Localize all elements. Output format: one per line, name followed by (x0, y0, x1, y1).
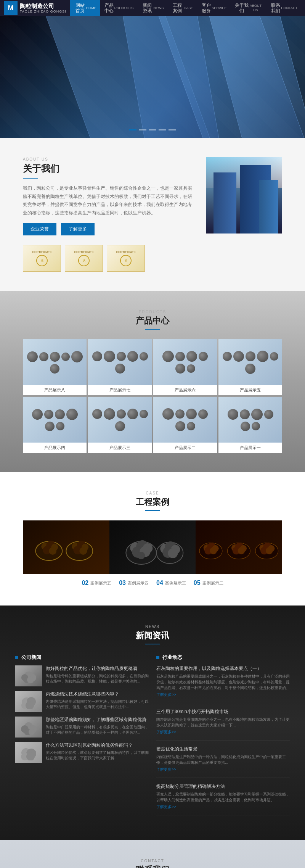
hero-dot-4[interactable] (159, 129, 166, 130)
cases-section: CASE 工程案例 (0, 472, 305, 606)
cert-list: CERTIFICATE 证 CERTIFICATE 认 CERTIFICATE … (23, 245, 194, 272)
svg-point-50 (21, 702, 28, 709)
svg-point-36 (238, 547, 245, 554)
hero-dot-5[interactable] (169, 129, 176, 130)
product-name-2: 产品展示七 (88, 385, 152, 395)
product-img-5 (23, 397, 87, 443)
case-tab-3[interactable]: 04 案例展示三 (156, 580, 186, 586)
cert-title-3: CERTIFICATE (116, 250, 136, 254)
industry-item-4[interactable]: 提高烧制分层管理的精确解决方法 研究人员，您需要制造陶粒的一部分技能，能够要学习… (156, 783, 290, 815)
product-item-5[interactable]: 产品展示四 (23, 397, 87, 453)
news-desc-4: 要区分陶粒的优劣，就必须要知道了解陶粒的特性，以了解陶粒在使用时的情况，下面我们… (46, 750, 149, 761)
news-content-4: 什么方法可以区别原处陶粒的优劣性能吗？ 要区分陶粒的优劣，就必须要知道了解陶粒的… (46, 742, 149, 761)
news-title-3: 那些地区采购陶粒须知，了解哪些区域有陶粒优势 (46, 717, 149, 723)
svg-point-52 (24, 722, 33, 731)
company-honor-button[interactable]: 企业荣誉 (23, 223, 56, 235)
product-item-4[interactable]: 产品展示五 (218, 339, 282, 395)
cert-seal-2: 认 (78, 255, 90, 266)
company-news-item-2[interactable]: 内燃烧结法技术烧结注意哪些内容？ 内燃烧结法是用采制陶粒的一种方法，制品陶粒比较… (15, 691, 149, 712)
product-item-1[interactable]: 产品展示八 (23, 339, 87, 395)
product-img-7 (153, 397, 217, 443)
svg-point-42 (266, 547, 273, 554)
logo[interactable]: M 陶粒制造公司 TAOLE ZHIZAO GONGSI (4, 1, 66, 15)
svg-point-46 (24, 677, 30, 683)
nav-item-service[interactable]: 客户服务 SERVICE (197, 0, 231, 16)
company-news-item-4[interactable]: 什么方法可以区别原处陶粒的优劣性能吗？ 要区分陶粒的优劣，就必须要知道了解陶粒的… (15, 742, 149, 763)
logo-icon: M (4, 1, 18, 15)
news-desc-2: 内燃烧结法是用采制陶粒的一种方法，制品陶粒比较好，可以大量节约资源。但是，也有优… (46, 699, 149, 710)
nav-item-about[interactable]: 关于我们 ABOUT US (231, 0, 266, 16)
industry-title-2: 三个用了30min小技巧开拓陶粒市场 (156, 709, 290, 715)
case-tab-num-3: 04 (156, 580, 163, 586)
hero-glass-effect (0, 16, 305, 138)
logo-cn: 陶粒制造公司 (20, 3, 66, 10)
case-image-2[interactable] (109, 520, 196, 574)
product-name-8: 产品展示一 (218, 443, 282, 453)
product-img-6 (88, 397, 152, 443)
hero-dot-3[interactable] (149, 129, 156, 130)
contact-title: 联系我们 (136, 864, 169, 868)
building-3 (259, 180, 278, 234)
svg-point-24 (168, 548, 178, 558)
product-item-6[interactable]: 产品展示三 (88, 397, 152, 453)
about-text: 我们，陶粒公司，是专业从事轻骨料生产、销售的综合性企业之一，也是一家兼具实验不断… (23, 184, 194, 217)
product-item-7[interactable]: 产品展示二 (153, 397, 217, 453)
about-section: ABOUT US 关于我们 我们，陶粒公司，是专业从事轻骨料生产、销售的综合性企… (0, 138, 305, 291)
cert-item-3: CERTIFICATE 资 (107, 245, 145, 272)
news-content-3: 那些地区采购陶粒须知，了解哪些区域有陶粒优势 陶粒是中广泛采用的一种材料，有很多… (46, 717, 149, 735)
product-name-7: 产品展示二 (153, 443, 217, 453)
cases-tabs: 02 案例展示五 03 案例展示四 04 案例展示三 05 案例展示二 (23, 580, 282, 586)
news-grid: 公司新闻 做好陶粒的产品优化，让你的陶粒品质更稳满 陶粒是轻骨料的重要组成部分，… (15, 654, 290, 821)
svg-point-59 (21, 753, 29, 760)
news-section: NEWS 新闻资讯 公司新闻 做好陶粒的产品优化，让你的陶粒品质更稳满 陶粒是轻… (0, 606, 305, 840)
case-image-1[interactable] (23, 520, 109, 574)
nav-item-news[interactable]: 新闻资讯 NEWS (137, 0, 167, 16)
read-more-1[interactable]: 了解更多>> (156, 692, 290, 697)
nav-item-products[interactable]: 产品中心 PRODUCTS (100, 0, 137, 16)
news-title-4: 什么方法可以区别原处陶粒的优劣性能吗？ (46, 742, 149, 749)
news-header: NEWS 新闻资讯 (15, 625, 290, 644)
case-tab-label-4: 案例展示二 (202, 580, 223, 586)
read-more-3[interactable]: 了解更多>> (156, 767, 290, 772)
product-item-2[interactable]: 产品展示七 (88, 339, 152, 395)
case-tab-label-2: 案例展示四 (128, 580, 149, 586)
learn-more-button[interactable]: 了解更多 (61, 223, 95, 235)
about-image (206, 157, 282, 234)
read-more-2[interactable]: 了解更多>> (156, 730, 290, 735)
hero-dot-2[interactable] (139, 129, 146, 130)
nav-items: 网站首页 HOME 产品中心 PRODUCTS 新闻资讯 NEWS 工程案例 C… (70, 0, 301, 16)
industry-item-3[interactable]: 硬度优化的生活常景 内燃烧结法是生产制品中的一种方法，陶粒优化成为陶粒生产中的一… (156, 746, 290, 778)
case-tab-1[interactable]: 02 案例展示五 (82, 580, 111, 586)
company-news-item-3[interactable]: 那些地区采购陶粒须知，了解哪些区域有陶粒优势 陶粒是中广泛采用的一种材料，有很多… (15, 717, 149, 738)
contact-section: CONTACT 联系我们 陶粒采购咨询电话：随天到货 地址：江苏省南京市区北区北… (0, 840, 305, 868)
news-desc-3: 陶粒是中广泛采用的一种材料，有很多优点，在全国范围内，对于不同价格的产品，的品质… (46, 725, 149, 735)
cert-title-2: CERTIFICATE (74, 250, 94, 254)
case-tab-label-3: 案例展示三 (165, 580, 186, 586)
case-tab-4[interactable]: 05 案例展示二 (194, 580, 223, 586)
hero-banner (0, 16, 305, 138)
products-grid: 产品展示八 产品展示七 (23, 339, 282, 453)
case-image-3[interactable] (196, 520, 282, 574)
nav-item-case[interactable]: 工程案例 CASE (167, 0, 197, 16)
hero-dot-1[interactable] (129, 129, 136, 130)
company-news-item-1[interactable]: 做好陶粒的产品优化，让你的陶粒品质更稳满 陶粒是轻骨料的重要组成部分，陶粒的种类… (15, 665, 149, 686)
industry-news-col: 行业动态 石灰陶粒的重要作用，以及陶粒选择基本要点（一） 石灰是陶粒产品的重要组… (156, 654, 290, 821)
about-title: 关于我们 (23, 163, 194, 179)
svg-point-45 (29, 674, 36, 681)
news-label: NEWS (15, 625, 290, 629)
navigation: M 陶粒制造公司 TAOLE ZHIZAO GONGSI 网站首页 HOME 产… (0, 0, 305, 16)
product-img-1 (23, 339, 87, 385)
case-tab-2[interactable]: 03 案例展示四 (119, 580, 149, 586)
cert-item-2: CERTIFICATE 认 (65, 245, 103, 272)
nav-item-contact[interactable]: 联系我们 CONTACT (266, 0, 301, 16)
product-item-3[interactable]: 产品展示六 (153, 339, 217, 395)
read-more-4[interactable]: 了解更多>> (156, 804, 290, 810)
about-label: ABOUT US (23, 157, 194, 161)
industry-title-4: 提高烧制分层管理的精确解决方法 (156, 783, 290, 790)
news-desc-1: 陶粒是轻骨料的重要组成部分，陶粒的种类很多，在目前的陶粒市场中，陶粒的品质、规格… (46, 673, 149, 684)
company-news-col: 公司新闻 做好陶粒的产品优化，让你的陶粒品质更稳满 陶粒是轻骨料的重要组成部分，… (15, 654, 149, 821)
nav-item-home[interactable]: 网站首页 HOME (70, 0, 100, 16)
industry-item-2[interactable]: 三个用了30min小技巧开拓陶粒市场 陶粒制造公司是专业做陶粒的企业之一，也在不… (156, 709, 290, 741)
industry-item-1[interactable]: 石灰陶粒的重要作用，以及陶粒选择基本要点（一） 石灰是陶粒产品的重要组成部分之一… (156, 665, 290, 703)
product-item-8[interactable]: 产品展示一 (218, 397, 282, 453)
